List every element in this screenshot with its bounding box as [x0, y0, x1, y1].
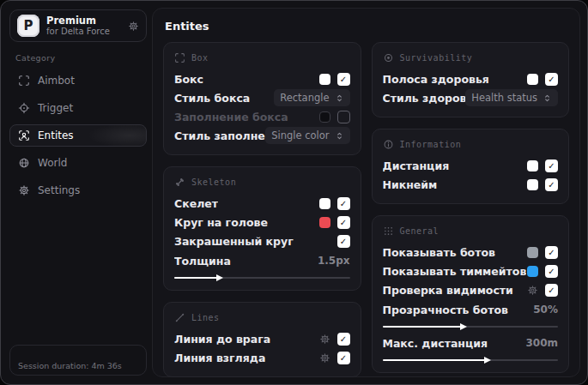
slider-fill: [383, 326, 462, 328]
checkbox[interactable]: ✓: [337, 216, 350, 229]
sidebar-item-trigget[interactable]: Trigget: [9, 97, 147, 119]
grid-dots-icon: [383, 226, 394, 237]
sidebar-item-label: Trigget: [38, 102, 73, 114]
slider-thumb[interactable]: [460, 323, 467, 330]
row-controls: ✓: [527, 178, 558, 191]
sidebar-item-settings[interactable]: Settings: [9, 179, 147, 202]
color-swatch[interactable]: [527, 266, 538, 277]
row-controls: ✓: [319, 197, 350, 210]
gear-icon[interactable]: [319, 352, 330, 364]
panel-header: Box: [174, 52, 350, 63]
main-panel: Entites BoxБокс✓Стиль боксаRectangleЗапо…: [152, 8, 580, 377]
gear-icon[interactable]: [527, 285, 538, 296]
row-label: Дистанция: [383, 159, 450, 172]
slider-thumb[interactable]: [484, 357, 491, 364]
checkbox[interactable]: ✓: [337, 352, 350, 364]
brand-settings-icon[interactable]: [128, 21, 139, 32]
setting-row: Линия до врага✓: [174, 329, 350, 348]
color-swatch[interactable]: [527, 74, 538, 85]
row-controls: ✓: [319, 352, 350, 364]
slider-track[interactable]: [383, 326, 559, 328]
checkbox[interactable]: ✓: [545, 73, 558, 86]
row-controls: ✓: [319, 73, 350, 86]
session-card: Session duration: 4m 36s: [9, 345, 147, 376]
sidebar-item-world[interactable]: World: [9, 152, 147, 174]
row-controls: ✓: [527, 73, 558, 86]
dropdown[interactable]: Health status: [465, 89, 558, 106]
slider-fill: [174, 277, 218, 279]
dropdown-value: Rectangle: [280, 92, 329, 104]
checkbox[interactable]: ✓: [545, 246, 558, 259]
dropdown-value: Health status: [471, 92, 537, 104]
row-label: Показывать ботов: [383, 246, 495, 259]
page-title: Entites: [163, 18, 569, 33]
dropdown[interactable]: Rectangle: [274, 89, 349, 106]
sidebar-item-label: Entites: [38, 129, 74, 141]
slider-track[interactable]: [383, 359, 559, 361]
checkbox[interactable]: ✓: [545, 265, 558, 278]
checkbox[interactable]: ✓: [545, 178, 558, 191]
logo-letter: P: [24, 18, 33, 33]
slider-track[interactable]: [174, 277, 350, 279]
updown-arrows-icon: [335, 93, 344, 103]
app-logo: P: [17, 15, 39, 37]
sidebar-item-aimbot[interactable]: Aimbot: [9, 69, 147, 92]
dropdown-value: Single color: [271, 129, 329, 141]
brand-title: Premium: [46, 15, 110, 27]
setting-row: Дистанция✓: [383, 156, 559, 175]
checkbox[interactable]: ✓: [545, 284, 558, 297]
right-column: SurvivabilityПолоса здоровья✓Стиль здоро…: [372, 42, 570, 367]
panel-lines: LinesЛиния до врага✓Линия взгляда✓: [163, 302, 361, 377]
checkbox[interactable]: ✓: [337, 197, 350, 210]
setting-row: Показывать ботов✓: [383, 243, 559, 262]
slider-thumb[interactable]: [216, 274, 223, 281]
checkbox[interactable]: ✓: [337, 333, 350, 346]
gear-icon[interactable]: [319, 334, 330, 345]
setting-row: Проверка видимости✓: [383, 280, 559, 299]
scan-frame-icon: [18, 75, 30, 87]
checkbox[interactable]: ✓: [545, 159, 558, 172]
setting-row: Скелет✓: [174, 194, 350, 213]
dropdown[interactable]: Single color: [265, 127, 349, 144]
sidebar-item-entites[interactable]: Entites: [9, 124, 147, 147]
color-swatch[interactable]: [527, 179, 538, 190]
row-label: Круг на голове: [174, 216, 268, 229]
slider-setting: Макс. дистанция300m: [383, 334, 559, 361]
color-swatch[interactable]: [319, 198, 330, 209]
sidebar-nav: AimbotTriggetEntitesWorldSettings: [9, 69, 147, 202]
app-window: P Premium for Delta Force Category Aimbo…: [0, 0, 588, 385]
globe-icon: [18, 157, 30, 169]
checkbox[interactable]: ✓: [337, 235, 350, 248]
row-label: Показывать тиммейтов: [383, 265, 527, 278]
row-controls: ✓: [319, 333, 350, 346]
category-label: Category: [15, 53, 147, 63]
left-column: BoxБокс✓Стиль боксаRectangleЗаполнение б…: [163, 42, 361, 367]
line-icon: [174, 312, 185, 323]
row-label: Полоса здоровья: [383, 73, 489, 86]
setting-row: Линия взгляда✓: [174, 348, 350, 367]
slider-fill: [383, 359, 487, 361]
row-label: Заполнение бокса: [174, 111, 288, 123]
color-swatch[interactable]: [319, 74, 330, 85]
setting-row: Заполнение бокса: [174, 107, 350, 126]
slider-setting: Прозрачность ботов50%: [383, 300, 559, 328]
panel-header: General: [383, 226, 559, 237]
color-swatch[interactable]: [527, 247, 538, 258]
color-swatch[interactable]: [319, 111, 330, 123]
panel-title: Skeleton: [191, 177, 236, 187]
session-duration-label: Session duration: 4m 36s: [18, 361, 122, 370]
row-label: Бокс: [174, 73, 203, 86]
row-controls: Health status: [465, 89, 558, 106]
checkbox[interactable]: [337, 111, 350, 123]
row-label: Стиль заполнения: [174, 129, 265, 142]
color-swatch[interactable]: [527, 160, 538, 171]
slider-setting: Толщина1.5px: [174, 251, 350, 279]
slider-label-row: Прозрачность ботов50%: [383, 300, 559, 319]
box-frame-icon: [174, 52, 185, 63]
color-swatch[interactable]: [319, 217, 330, 228]
slider-value: 300m: [525, 337, 558, 349]
sidebar-item-label: World: [38, 157, 67, 169]
row-controls: ✓: [319, 216, 350, 229]
panel-general: GeneralПоказывать ботов✓Показывать тимме…: [372, 215, 570, 373]
checkbox[interactable]: ✓: [337, 73, 350, 86]
